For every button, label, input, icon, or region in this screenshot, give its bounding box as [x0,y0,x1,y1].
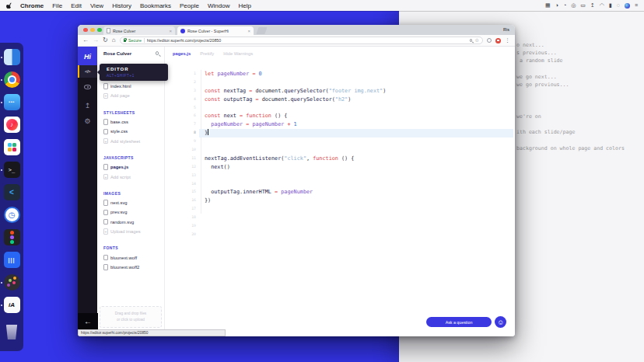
menu-icon[interactable]: ≡ [635,0,638,11]
extension-icon[interactable] [487,38,492,43]
browser-profile-name[interactable]: Ris [503,27,509,32]
menu-item-history[interactable]: History [112,2,131,9]
upload-hint-line1: Drag and drop files [115,311,147,317]
apple-menu-icon[interactable] [6,2,12,9]
url-text: https://editor.superhi.com/projects/2085… [147,38,467,43]
superhi-logo[interactable]: Hi [78,47,97,66]
sidebar-files: index.html+Add pageSTYLESHEETSbase.cssst… [103,82,162,279]
hide-warnings-button[interactable]: Hide Warnings [223,51,253,56]
zoom-window-button[interactable] [97,28,102,33]
editor-back-button[interactable]: ← [78,313,98,329]
line-number: 11 [165,155,196,163]
address-bar[interactable]: Secure https://editor.superhi.com/projec… [120,37,483,45]
sidebar-action-add-script[interactable]: +Add script [103,172,162,181]
back-icon[interactable]: ← [82,37,89,44]
siri-icon[interactable] [625,3,630,9]
code-editor-icon[interactable]: < [4,184,20,200]
open-file-tab[interactable]: pages.js [173,51,191,56]
address-divider [144,38,145,43]
record-icon[interactable]: ◎ [571,0,576,11]
code-line [199,78,513,87]
file-label: index.html [110,84,131,89]
close-window-button[interactable] [83,28,88,33]
line-number: 7 [165,120,196,129]
figma-icon[interactable] [4,229,20,245]
code-lines[interactable]: let pageNumber = 0const nextTag = docume… [199,70,513,205]
ask-question-button[interactable]: Ask a question [426,317,492,327]
browser-menu-icon[interactable]: ⋮ [505,37,510,44]
airplay-icon[interactable]: ↥ [590,0,595,11]
contrast-icon[interactable]: ◑ [555,0,558,11]
search-icon[interactable] [470,39,473,42]
browser-tab-rose-culver[interactable]: Rose Culver × [103,26,175,35]
sidebar-file-random.svg[interactable]: random.svg [103,218,162,227]
audio-app-icon[interactable]: ||| [4,252,20,268]
browser-tab-superhi[interactable]: Rose Culver - SuperHi × [177,26,254,35]
superhi-favicon [180,29,185,33]
upload-dropzone[interactable]: Drag and drop files or click to upload [100,306,162,328]
menu-item-bookmarks[interactable]: Bookmarks [140,2,171,9]
menu-item-edit[interactable]: Edit [71,2,82,9]
editor-mode-button[interactable]: </> [78,65,97,78]
code-line: }) [199,197,513,205]
new-tab-button[interactable] [256,27,267,34]
link-status-tooltip: https://editor.superhi.com/projects/2085… [78,329,226,336]
bookmark-star-icon[interactable]: ☆ [474,37,479,44]
chat-smiley-icon[interactable]: ☺ [495,316,506,328]
sidebar-action-add-page[interactable]: +Add page [103,91,162,100]
slack-icon[interactable] [4,139,20,155]
settings-button[interactable]: ⚙ [78,115,97,127]
menu-item-view[interactable]: View [90,2,103,9]
sidebar-file-style.css[interactable]: style.css [103,127,162,136]
sidebar-file-prev.svg[interactable]: prev.svg [103,207,162,217]
menu-item-file[interactable]: File [52,2,62,9]
sidebar-file-base.css[interactable]: base.css [103,117,162,127]
terminal-icon[interactable]: >_ [4,162,20,178]
forward-icon[interactable]: → [93,37,99,44]
chrome-icon[interactable] [4,71,20,88]
sidebar-file-bluunext.woff[interactable]: bluunext.woff [103,252,162,262]
grid-icon[interactable]: ▦ [545,0,551,11]
sidebar-file-bluunext.woff2[interactable]: bluunext.woff2 [103,263,162,272]
sidebar-file-index.html[interactable]: index.html [103,82,162,91]
secure-label: Secure [128,38,142,43]
close-tab-icon[interactable]: × [169,29,172,33]
adblock-extension-icon[interactable] [495,38,501,44]
menu-item-help[interactable]: Help [238,2,250,9]
preview-button[interactable] [78,81,97,93]
sidebar-action-upload-images[interactable]: +Upload images [103,227,162,236]
menu-item-chrome[interactable]: Chrome [20,2,44,9]
home-icon[interactable]: ⌂ [112,37,116,44]
music-icon[interactable]: ♪ [4,117,20,133]
line-number: 2 [165,78,196,87]
sidebar-search-icon[interactable] [156,51,159,55]
menu-item-people[interactable]: People [180,2,199,9]
sidebar-file-pages.js[interactable]: pages.js [103,162,162,172]
code-line: outputTag.innerHTML = pageNumber [199,188,513,197]
line-number: 20 [165,231,196,239]
media-app-icon[interactable] [4,274,20,291]
clock-app-icon[interactable]: ◷ [4,207,20,223]
wifi-icon[interactable]: ◠ [600,0,604,11]
ia-writer-icon[interactable]: iA [4,297,20,313]
display-icon[interactable]: ▭ [580,0,586,11]
share-button[interactable]: ↥ [78,99,97,112]
spotlight-icon[interactable]: ◌ [617,0,620,11]
tooltip-shortcut: ALT+SHIFT+1 [107,74,135,78]
battery-icon[interactable]: ▮ [609,0,612,11]
sidebar-file-next.svg[interactable]: next.svg [103,198,162,207]
clock-icon[interactable]: ◔ [563,0,566,11]
trash-icon[interactable] [5,325,19,339]
finder-icon[interactable] [4,49,20,65]
running-indicator [1,169,2,171]
minimize-window-button[interactable] [90,28,95,33]
close-tab-icon[interactable]: × [247,29,250,33]
file-label: next.svg [110,200,128,205]
reload-icon[interactable]: ↻ [103,37,108,44]
tab-title: Rose Culver - SuperHi [187,29,245,33]
menu-item-window[interactable]: Window [208,2,229,9]
sidebar-action-add-stylesheet[interactable]: +Add stylesheet [103,136,162,145]
code-panel: pages.js Prettify Hide Warnings 12345678… [165,47,515,336]
messages-icon[interactable]: ••• [4,94,20,110]
prettify-button[interactable]: Prettify [200,51,214,56]
